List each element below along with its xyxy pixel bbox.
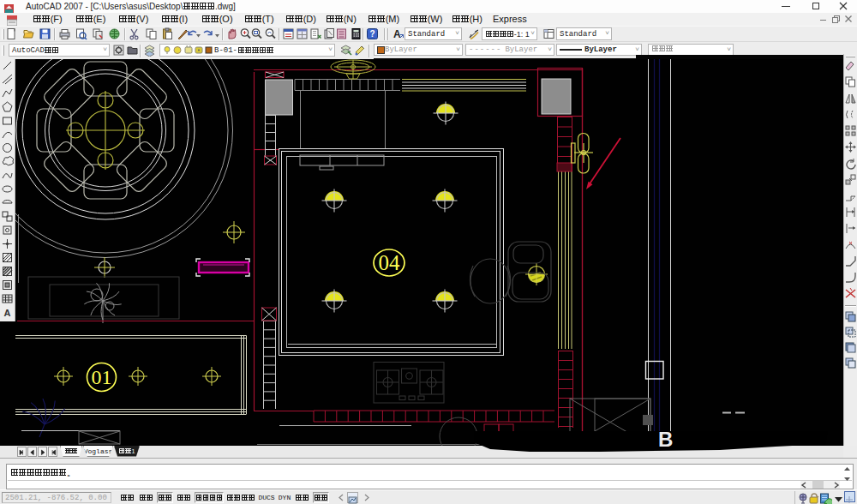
svg-text:?: ? (369, 29, 375, 39)
svg-text:04: 04 (379, 251, 401, 274)
svg-text:01: 01 (92, 366, 112, 388)
svg-text:B: B (658, 428, 673, 451)
svg-text:A: A (393, 28, 401, 40)
svg-text:A: A (4, 308, 11, 318)
